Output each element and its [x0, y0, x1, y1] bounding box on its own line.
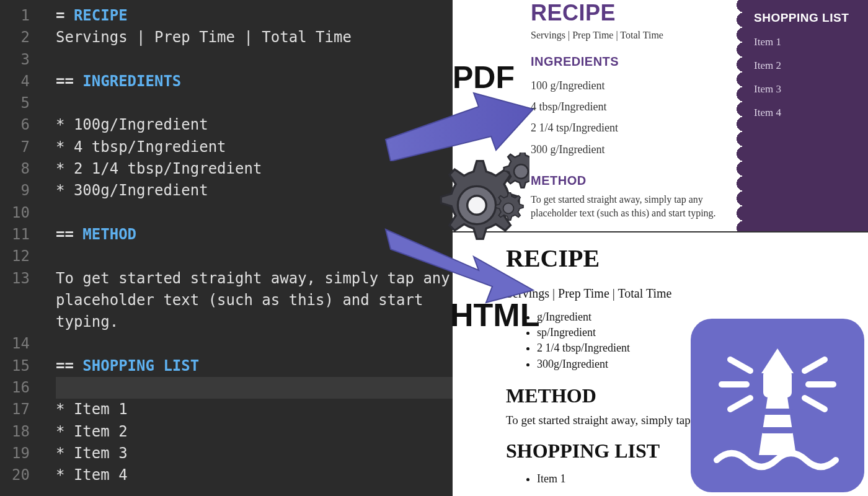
line-number: 3 [0, 49, 30, 71]
list-item: Item 3 [754, 83, 858, 95]
list-item: 2 1/4 tsp/Ingredient [531, 117, 738, 138]
line-number: 20 [0, 464, 30, 486]
line-number: 16 [0, 377, 30, 399]
line-number: 17 [0, 399, 30, 420]
list-item: 300 g/Ingredient [531, 139, 738, 160]
code-line[interactable]: * Item 4 [56, 464, 453, 486]
code-line[interactable]: * 2 1/4 tbsp/Ingredient [56, 158, 453, 180]
pdf-ingredients-heading: INGREDIENTS [531, 55, 738, 69]
svg-line-13 [730, 398, 750, 409]
list-item: Item 4 [754, 107, 858, 119]
pdf-method-heading: METHOD [531, 174, 738, 188]
pdf-title: RECIPE [531, 0, 738, 26]
line-number: 14 [0, 333, 30, 355]
line-number: 15 [0, 355, 30, 377]
line-number: 2 [0, 27, 30, 48]
list-item: Item 1 [754, 36, 858, 48]
code-line[interactable]: Servings | Prep Time | Total Time [56, 27, 453, 48]
line-number-gutter: 12345678910111213 14151617181920 [0, 0, 38, 496]
pdf-label: PDF [453, 60, 515, 95]
svg-line-16 [805, 398, 825, 409]
line-number: 12 [0, 246, 30, 267]
line-number: 1 [0, 5, 30, 27]
line-number: 4 [0, 71, 30, 92]
line-number: 18 [0, 421, 30, 443]
lighthouse-badge-icon [691, 319, 864, 492]
line-number: 5 [0, 92, 30, 114]
pdf-meta: Servings | Prep Time | Total Time [531, 30, 738, 41]
code-line[interactable]: * 300g/Ingredient [56, 180, 453, 202]
line-number: 13 [0, 268, 30, 290]
svg-marker-0 [386, 93, 533, 161]
code-line[interactable]: == SHOPPING LIST [56, 355, 453, 377]
code-line[interactable] [56, 49, 453, 71]
svg-line-15 [805, 360, 825, 371]
small-gear-icon [490, 190, 527, 227]
code-line[interactable] [56, 377, 453, 399]
line-number: 8 [0, 158, 30, 180]
code-line[interactable]: * Item 3 [56, 443, 453, 464]
pdf-method-body: To get started straight away, simply tap… [531, 193, 738, 221]
svg-point-4 [514, 164, 528, 179]
list-item: 100 g/Ingredient [531, 75, 738, 96]
svg-point-5 [503, 203, 514, 214]
svg-point-3 [467, 196, 487, 215]
line-number: 10 [0, 202, 30, 224]
line-number: 6 [0, 114, 30, 136]
line-number: 11 [0, 224, 30, 246]
code-line[interactable]: * Item 2 [56, 421, 453, 443]
html-title: RECIPE [506, 244, 853, 273]
pdf-side-title: SHOPPING LIST [754, 11, 858, 25]
html-meta: Servings | Prep Time | Total Time [506, 286, 853, 301]
line-number: 7 [0, 136, 30, 158]
code-line[interactable]: = RECIPE [56, 5, 453, 27]
code-line[interactable]: * Item 1 [56, 399, 453, 420]
pdf-ingredients-list: 100 g/Ingredient4 tbsp/Ingredient2 1/4 t… [531, 75, 738, 160]
svg-line-12 [730, 360, 750, 371]
svg-marker-10 [761, 348, 794, 373]
line-number: 19 [0, 443, 30, 464]
pdf-sidebar: SHOPPING LIST Item 1Item 2Item 3Item 4 [744, 0, 868, 231]
code-line[interactable] [56, 333, 453, 355]
list-item: 4 tbsp/Ingredient [531, 96, 738, 117]
list-item: Item 2 [754, 60, 858, 72]
html-label: HTML [450, 296, 539, 334]
line-number: 9 [0, 180, 30, 202]
pdf-side-items: Item 1Item 2Item 3Item 4 [754, 36, 858, 119]
